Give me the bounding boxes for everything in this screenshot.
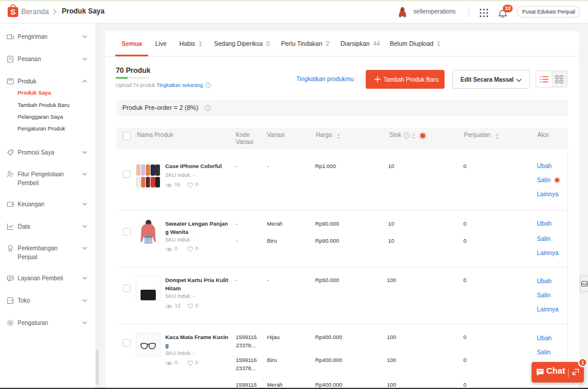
svg-text:?: ?: [207, 106, 209, 110]
svg-text:S: S: [11, 8, 16, 16]
svg-text:?: ?: [207, 83, 209, 87]
svg-text:?: ?: [406, 133, 408, 138]
